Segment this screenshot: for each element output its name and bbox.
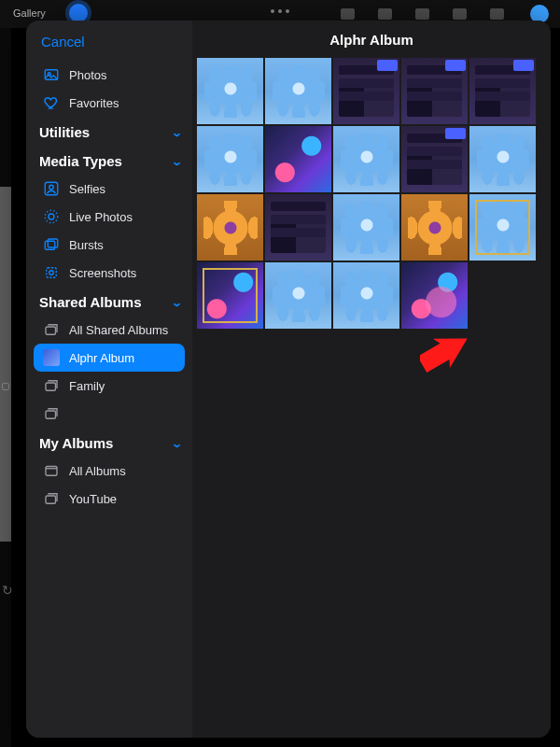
- stack-icon: [43, 490, 60, 507]
- person-square-icon: [43, 180, 60, 197]
- photo-thumb[interactable]: [401, 126, 468, 192]
- svg-rect-12: [46, 411, 56, 418]
- photo-thumb[interactable]: [401, 194, 468, 261]
- ellipsis-icon[interactable]: [271, 9, 289, 13]
- section-title: My Albums: [39, 435, 113, 451]
- stack-icon: [43, 377, 60, 394]
- sidebar-section-my-albums[interactable]: My Albums⌄: [26, 428, 192, 457]
- svg-rect-14: [46, 496, 56, 503]
- photo-thumb[interactable]: [333, 58, 399, 124]
- sidebar-item-label: Screenshots: [69, 266, 136, 280]
- toolbar-tool-icon: [341, 8, 355, 20]
- sidebar-item-youtube[interactable]: YouTube: [26, 485, 192, 513]
- photo-thumb[interactable]: [265, 58, 331, 124]
- bg-handle: [2, 383, 9, 390]
- sidebar-item-label: Live Photos: [69, 210, 133, 224]
- selection-box: [203, 268, 258, 323]
- photo-thumb[interactable]: [265, 126, 331, 192]
- svg-rect-8: [47, 268, 57, 278]
- photo-picker-panel: Cancel PhotosFavoritesUtilities⌄Media Ty…: [26, 21, 551, 738]
- toolbar-tool-icon: [415, 8, 429, 20]
- annotation-arrow: [420, 334, 472, 374]
- edit-badge: [513, 60, 534, 71]
- selection-box: [475, 200, 530, 255]
- sidebar-item-label: Family: [69, 379, 105, 393]
- sidebar-item-label: Selfies: [69, 182, 105, 196]
- toolbar-tool-icon: [453, 8, 467, 20]
- edit-badge: [377, 60, 398, 71]
- toolbar-tool-icon: [490, 8, 504, 20]
- photo-thumb[interactable]: [333, 194, 399, 261]
- sidebar-item-bursts[interactable]: Bursts: [26, 231, 192, 259]
- photo-thumb[interactable]: [333, 126, 399, 192]
- stack-icon: [43, 405, 60, 422]
- sidebar-section-utilities[interactable]: Utilities⌄: [26, 117, 192, 146]
- sidebar-item-label: Favorites: [69, 96, 119, 110]
- svg-rect-10: [46, 327, 56, 334]
- svg-point-9: [49, 271, 54, 275]
- sidebar-item-label: Alphr Album: [69, 351, 134, 365]
- photo-thumb[interactable]: [469, 126, 536, 192]
- gallery-label[interactable]: Gallery: [13, 7, 46, 19]
- photos-icon: [43, 66, 60, 83]
- app-frame: Gallery ↻ Cancel PhotosFavoritesUtilitie…: [0, 0, 560, 747]
- cancel-button[interactable]: Cancel: [26, 30, 192, 61]
- sidebar-section-shared-albums[interactable]: Shared Albums⌄: [26, 287, 192, 316]
- stack-icon: [43, 321, 60, 338]
- photo-thumb[interactable]: [401, 58, 468, 124]
- album-icon: [43, 462, 60, 479]
- chevron-down-icon: ⌄: [171, 126, 183, 139]
- picker-sidebar: Cancel PhotosFavoritesUtilities⌄Media Ty…: [26, 21, 192, 738]
- svg-marker-15: [420, 334, 472, 374]
- section-title: Utilities: [39, 124, 90, 140]
- livephoto-icon: [43, 208, 60, 225]
- svg-point-3: [49, 185, 54, 190]
- sidebar-item-alphr[interactable]: Alphr Album: [34, 344, 185, 372]
- photo-thumb[interactable]: [265, 262, 331, 329]
- sidebar-item-livephotos[interactable]: Live Photos: [26, 203, 192, 231]
- screenshot-icon: [43, 264, 60, 281]
- edit-badge: [445, 60, 466, 71]
- photo-thumb[interactable]: [197, 262, 263, 329]
- sidebar-item-allalbums[interactable]: All Albums: [26, 457, 192, 485]
- sidebar-item-label: All Albums: [69, 464, 126, 478]
- edit-badge: [445, 128, 466, 139]
- sidebar-item-selfies[interactable]: Selfies: [26, 175, 192, 203]
- svg-rect-13: [46, 467, 57, 476]
- sidebar-item-label: YouTube: [69, 492, 117, 506]
- sidebar-section-media-types[interactable]: Media Types⌄: [26, 146, 192, 175]
- section-title: Shared Albums: [39, 294, 141, 310]
- photo-thumb[interactable]: [333, 262, 399, 329]
- svg-rect-7: [48, 239, 58, 247]
- heart-icon: [43, 94, 60, 111]
- sidebar-item-photos[interactable]: Photos: [26, 61, 192, 89]
- svg-point-5: [45, 210, 58, 223]
- burst-icon: [43, 236, 60, 253]
- sidebar-item-allshared[interactable]: All Shared Albums: [26, 316, 192, 344]
- thumb-icon: [43, 349, 60, 366]
- photo-thumb[interactable]: [469, 58, 536, 124]
- sidebar-item-blank[interactable]: [26, 400, 192, 428]
- photo-grid: [192, 57, 551, 330]
- sidebar-item-screenshots[interactable]: Screenshots: [26, 259, 192, 287]
- svg-rect-6: [45, 241, 55, 249]
- canvas-peek: [0, 187, 11, 542]
- section-title: Media Types: [39, 153, 122, 169]
- sidebar-item-favorites[interactable]: Favorites: [26, 89, 192, 117]
- background-left-strip: [0, 28, 11, 747]
- photo-thumb[interactable]: [197, 126, 263, 192]
- photo-thumb[interactable]: [197, 58, 263, 124]
- photo-thumb[interactable]: [197, 194, 263, 261]
- sidebar-item-label: Bursts: [69, 238, 104, 252]
- photo-thumb[interactable]: [265, 194, 331, 261]
- active-tab-indicator[interactable]: [69, 4, 88, 22]
- sidebar-item-family[interactable]: Family: [26, 372, 192, 400]
- photo-thumb[interactable]: [469, 194, 536, 261]
- photo-thumb[interactable]: [401, 262, 468, 329]
- undo-icon[interactable]: ↻: [2, 583, 13, 598]
- toolbar-tool-icon: [378, 8, 392, 20]
- sidebar-item-label: Photos: [69, 68, 106, 82]
- picker-content: Alphr Album: [192, 21, 551, 738]
- svg-rect-11: [46, 383, 56, 390]
- sidebar-item-label: All Shared Albums: [69, 323, 168, 337]
